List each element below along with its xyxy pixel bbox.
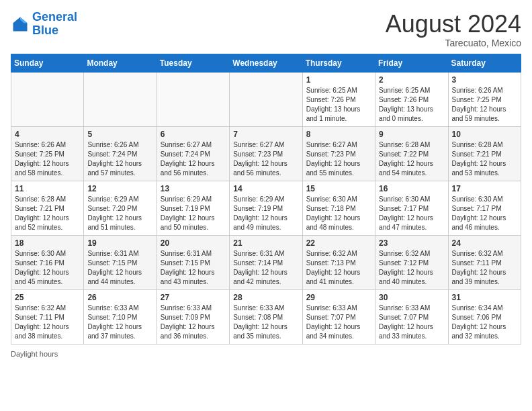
day-info: Sunrise: 6:26 AM Sunset: 7:25 PM Dayligh…: [452, 86, 517, 124]
calendar-cell: 31Sunrise: 6:34 AM Sunset: 7:06 PM Dayli…: [448, 289, 521, 344]
calendar-cell: 12Sunrise: 6:29 AM Sunset: 7:20 PM Dayli…: [84, 181, 157, 235]
page-header: General Blue August 2024 Tarecuato, Mexi…: [11, 11, 521, 48]
day-info: Sunrise: 6:30 AM Sunset: 7:18 PM Dayligh…: [306, 195, 371, 232]
calendar-cell: 20Sunrise: 6:31 AM Sunset: 7:15 PM Dayli…: [157, 235, 229, 289]
day-number: 16: [379, 184, 444, 193]
calendar-cell: 14Sunrise: 6:29 AM Sunset: 7:19 PM Dayli…: [230, 181, 302, 235]
day-number: 2: [379, 75, 444, 85]
day-info: Sunrise: 6:31 AM Sunset: 7:15 PM Dayligh…: [87, 249, 152, 287]
day-info: Sunrise: 6:32 AM Sunset: 7:11 PM Dayligh…: [452, 249, 517, 287]
title-block: August 2024 Tarecuato, Mexico: [386, 11, 521, 48]
col-saturday: Saturday: [448, 54, 521, 72]
day-info: Sunrise: 6:27 AM Sunset: 7:23 PM Dayligh…: [306, 140, 371, 178]
day-info: Sunrise: 6:27 AM Sunset: 7:23 PM Dayligh…: [233, 140, 298, 178]
day-info: Sunrise: 6:27 AM Sunset: 7:24 PM Dayligh…: [161, 140, 226, 178]
day-number: 28: [233, 293, 298, 302]
week-row: 11Sunrise: 6:28 AM Sunset: 7:21 PM Dayli…: [11, 181, 521, 235]
day-number: 31: [452, 293, 517, 302]
day-info: Sunrise: 6:32 AM Sunset: 7:13 PM Dayligh…: [306, 249, 371, 287]
calendar-cell: 2Sunrise: 6:25 AM Sunset: 7:26 PM Daylig…: [375, 72, 448, 126]
calendar-cell: 17Sunrise: 6:30 AM Sunset: 7:17 PM Dayli…: [448, 181, 521, 235]
day-info: Sunrise: 6:29 AM Sunset: 7:19 PM Dayligh…: [233, 195, 298, 232]
day-info: Sunrise: 6:33 AM Sunset: 7:09 PM Dayligh…: [161, 304, 226, 341]
day-info: Sunrise: 6:28 AM Sunset: 7:22 PM Dayligh…: [379, 140, 444, 178]
calendar-cell: 11Sunrise: 6:28 AM Sunset: 7:21 PM Dayli…: [11, 181, 84, 235]
day-info: Sunrise: 6:29 AM Sunset: 7:19 PM Dayligh…: [161, 195, 226, 232]
day-number: 15: [306, 184, 371, 193]
day-number: 12: [87, 184, 152, 193]
calendar-cell: 13Sunrise: 6:29 AM Sunset: 7:19 PM Dayli…: [157, 181, 229, 235]
calendar-cell: 7Sunrise: 6:27 AM Sunset: 7:23 PM Daylig…: [230, 126, 302, 181]
calendar-cell: 10Sunrise: 6:28 AM Sunset: 7:21 PM Dayli…: [448, 126, 521, 181]
calendar-cell: 30Sunrise: 6:33 AM Sunset: 7:07 PM Dayli…: [375, 289, 448, 344]
week-row: 18Sunrise: 6:30 AM Sunset: 7:16 PM Dayli…: [11, 235, 521, 289]
day-info: Sunrise: 6:33 AM Sunset: 7:07 PM Dayligh…: [379, 304, 444, 341]
col-thursday: Thursday: [302, 54, 375, 72]
calendar-cell: 15Sunrise: 6:30 AM Sunset: 7:18 PM Dayli…: [302, 181, 375, 235]
calendar-cell: 26Sunrise: 6:33 AM Sunset: 7:10 PM Dayli…: [84, 289, 157, 344]
logo-icon: [11, 15, 30, 34]
day-number: 14: [233, 184, 298, 193]
calendar-cell: 29Sunrise: 6:33 AM Sunset: 7:07 PM Dayli…: [302, 289, 375, 344]
calendar-cell: [157, 72, 229, 126]
day-info: Sunrise: 6:33 AM Sunset: 7:07 PM Dayligh…: [306, 304, 371, 341]
calendar-cell: 3Sunrise: 6:26 AM Sunset: 7:25 PM Daylig…: [448, 72, 521, 126]
calendar-cell: 5Sunrise: 6:26 AM Sunset: 7:24 PM Daylig…: [84, 126, 157, 181]
day-info: Sunrise: 6:28 AM Sunset: 7:21 PM Dayligh…: [15, 195, 80, 232]
day-info: Sunrise: 6:25 AM Sunset: 7:26 PM Dayligh…: [379, 86, 444, 124]
day-number: 6: [161, 130, 226, 139]
calendar-cell: 1Sunrise: 6:25 AM Sunset: 7:26 PM Daylig…: [302, 72, 375, 126]
calendar-cell: 23Sunrise: 6:32 AM Sunset: 7:12 PM Dayli…: [375, 235, 448, 289]
day-number: 9: [379, 130, 444, 139]
day-number: 7: [233, 130, 298, 139]
calendar-cell: 9Sunrise: 6:28 AM Sunset: 7:22 PM Daylig…: [375, 126, 448, 181]
calendar-cell: 25Sunrise: 6:32 AM Sunset: 7:11 PM Dayli…: [11, 289, 84, 344]
col-friday: Friday: [375, 54, 448, 72]
calendar-cell: [11, 72, 84, 126]
day-number: 13: [161, 184, 226, 193]
calendar-cell: 22Sunrise: 6:32 AM Sunset: 7:13 PM Dayli…: [302, 235, 375, 289]
day-info: Sunrise: 6:25 AM Sunset: 7:26 PM Dayligh…: [306, 86, 371, 124]
day-info: Sunrise: 6:34 AM Sunset: 7:06 PM Dayligh…: [452, 304, 517, 341]
calendar-cell: [230, 72, 302, 126]
day-number: 27: [161, 293, 226, 302]
week-row: 1Sunrise: 6:25 AM Sunset: 7:26 PM Daylig…: [11, 72, 521, 126]
day-info: Sunrise: 6:28 AM Sunset: 7:21 PM Dayligh…: [452, 140, 517, 178]
col-monday: Monday: [84, 54, 157, 72]
calendar-cell: 6Sunrise: 6:27 AM Sunset: 7:24 PM Daylig…: [157, 126, 229, 181]
day-number: 18: [15, 238, 80, 248]
calendar-cell: 8Sunrise: 6:27 AM Sunset: 7:23 PM Daylig…: [302, 126, 375, 181]
day-info: Sunrise: 6:32 AM Sunset: 7:12 PM Dayligh…: [379, 249, 444, 287]
calendar-cell: 19Sunrise: 6:31 AM Sunset: 7:15 PM Dayli…: [84, 235, 157, 289]
day-info: Sunrise: 6:26 AM Sunset: 7:24 PM Dayligh…: [87, 140, 152, 178]
location: Tarecuato, Mexico: [386, 38, 521, 48]
day-info: Sunrise: 6:30 AM Sunset: 7:16 PM Dayligh…: [15, 249, 80, 287]
calendar-table: Sunday Monday Tuesday Wednesday Thursday…: [11, 54, 521, 345]
col-sunday: Sunday: [11, 54, 84, 72]
calendar-cell: 16Sunrise: 6:30 AM Sunset: 7:17 PM Dayli…: [375, 181, 448, 235]
day-info: Sunrise: 6:30 AM Sunset: 7:17 PM Dayligh…: [379, 195, 444, 232]
day-number: 3: [452, 75, 517, 85]
day-number: 8: [306, 130, 371, 139]
day-info: Sunrise: 6:33 AM Sunset: 7:08 PM Dayligh…: [233, 304, 298, 341]
day-number: 17: [452, 184, 517, 193]
day-number: 22: [306, 238, 371, 248]
day-number: 4: [15, 130, 80, 139]
logo: General Blue: [11, 11, 77, 38]
day-number: 21: [233, 238, 298, 248]
daylight-label: Daylight hours: [11, 350, 58, 358]
footer: Daylight hours: [11, 350, 521, 358]
month-year: August 2024: [386, 11, 521, 38]
day-info: Sunrise: 6:31 AM Sunset: 7:15 PM Dayligh…: [161, 249, 226, 287]
day-info: Sunrise: 6:26 AM Sunset: 7:25 PM Dayligh…: [15, 140, 80, 178]
day-info: Sunrise: 6:32 AM Sunset: 7:11 PM Dayligh…: [15, 304, 80, 341]
day-number: 1: [306, 75, 371, 85]
day-info: Sunrise: 6:31 AM Sunset: 7:14 PM Dayligh…: [233, 249, 298, 287]
header-row: Sunday Monday Tuesday Wednesday Thursday…: [11, 54, 521, 72]
week-row: 4Sunrise: 6:26 AM Sunset: 7:25 PM Daylig…: [11, 126, 521, 181]
day-number: 26: [87, 293, 152, 302]
day-info: Sunrise: 6:33 AM Sunset: 7:10 PM Dayligh…: [87, 304, 152, 341]
calendar-cell: 28Sunrise: 6:33 AM Sunset: 7:08 PM Dayli…: [230, 289, 302, 344]
col-tuesday: Tuesday: [157, 54, 229, 72]
day-number: 23: [379, 238, 444, 248]
